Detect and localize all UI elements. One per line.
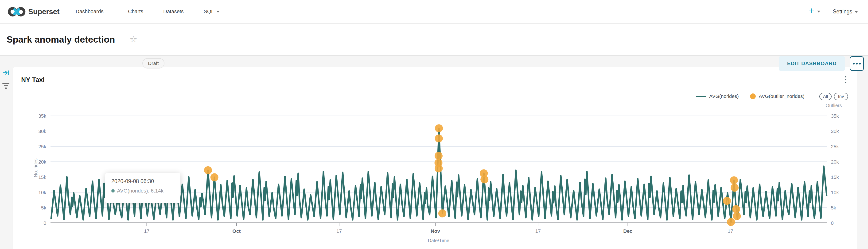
nav-item-charts[interactable]: Charts <box>128 0 143 23</box>
y-axis-tick-left: 35k <box>38 113 46 119</box>
nav-item-sql[interactable]: SQL <box>204 0 220 23</box>
ellipsis-icon <box>853 63 855 64</box>
y-axis-tick-right: 20k <box>831 159 839 165</box>
superset-dashboard-page: { "theme": { "accent": "#20A7C9", "line_… <box>0 0 868 249</box>
superset-logo-icon[interactable] <box>7 7 26 17</box>
outlier-dots[interactable] <box>204 124 741 226</box>
y-axis-tick-left: 15k <box>38 174 46 180</box>
x-axis-title: Date/Time <box>428 238 450 243</box>
chart-kebab-menu-icon[interactable] <box>843 76 849 85</box>
series-dot-icon <box>111 189 115 193</box>
filter-bar-collapsed <box>0 56 13 249</box>
y-axis-tick-left: 25k <box>38 144 46 149</box>
brand-name[interactable]: Superset <box>28 0 59 23</box>
page-title: Spark anomaly detection <box>7 24 115 55</box>
plus-icon: + <box>809 6 814 16</box>
tooltip-value: AVG(norides): 6.14k <box>117 188 163 194</box>
y-axis-tick-right: 10k <box>831 190 839 195</box>
legend-inverse-button[interactable]: Inv <box>834 93 848 100</box>
x-axis-tick: 17 <box>144 228 149 234</box>
settings-menu-button[interactable]: Settings <box>833 0 858 23</box>
legend-label: AVG(outlier_norides) <box>759 92 805 100</box>
nav-item-sql-label: SQL <box>204 8 214 15</box>
y-axis-tick-right: 5k <box>831 205 836 211</box>
nav-item-dashboards[interactable]: Dashboards <box>75 0 103 23</box>
chevron-down-icon <box>216 11 220 13</box>
legend-line-swatch <box>696 96 706 97</box>
chart-card-ny-taxi: NY Taxi AVG(norides) AVG(outlier_norides… <box>13 67 857 249</box>
new-menu-button[interactable]: + <box>809 0 820 23</box>
y-axis-title: No. rides <box>33 158 38 177</box>
chart-tooltip: 2020-09-08 06:30 AVG(norides): 6.14k <box>105 173 180 203</box>
settings-label: Settings <box>833 8 852 15</box>
nav-item-datasets[interactable]: Datasets <box>163 0 184 23</box>
favorite-star-icon[interactable]: ☆ <box>130 24 137 55</box>
legend-item-outlier-norides[interactable]: AVG(outlier_norides) <box>750 92 805 100</box>
outliers-series-label: Outliers <box>819 103 848 108</box>
top-navbar: Superset Dashboards Charts Datasets SQL … <box>0 0 868 24</box>
y-axis-tick-left: 20k <box>38 159 46 165</box>
legend-circle-swatch <box>750 93 756 99</box>
y-axis-tick-left: 30k <box>38 129 46 134</box>
tooltip-date: 2020-09-08 06:30 <box>111 178 180 185</box>
dashboard-more-button[interactable] <box>850 56 864 71</box>
y-axis-tick-right: 35k <box>831 113 839 119</box>
x-axis-tick: Nov <box>431 228 440 234</box>
y-axis-tick-right: 25k <box>831 144 839 149</box>
x-axis-tick: 17 <box>535 228 541 234</box>
x-axis-tick: 17 <box>336 228 342 234</box>
x-axis-tick: 17 <box>728 228 733 234</box>
chart-legend: AVG(norides) AVG(outlier_norides) All In… <box>13 92 849 101</box>
legend-select-all-button[interactable]: All <box>819 93 832 100</box>
x-axis-tick: Oct <box>232 228 241 234</box>
legend-label: AVG(norides) <box>709 92 739 100</box>
filter-icon[interactable] <box>2 82 10 89</box>
y-axis-tick-left: 0 <box>43 220 46 226</box>
y-axis-tick-right: 15k <box>831 174 839 180</box>
chevron-down-icon <box>817 10 820 12</box>
edit-dashboard-button[interactable]: EDIT DASHBOARD <box>779 56 845 71</box>
y-axis-tick-left: 10k <box>38 190 46 195</box>
tooltip-series-entry: AVG(norides): 6.14k <box>111 188 180 194</box>
dashboard-header: Spark anomaly detection ☆ Draft EDIT DAS… <box>0 24 868 56</box>
y-axis-tick-right: 0 <box>831 220 834 226</box>
x-axis-tick: Dec <box>623 228 632 234</box>
legend-item-norides[interactable]: AVG(norides) <box>696 92 739 100</box>
expand-filter-bar-icon[interactable] <box>3 70 10 76</box>
y-axis-tick-left: 5k <box>41 205 46 211</box>
draft-status-badge: Draft <box>142 58 164 68</box>
chart-title: NY Taxi <box>21 76 44 84</box>
chevron-down-icon <box>855 11 858 13</box>
y-axis-tick-right: 30k <box>831 129 839 134</box>
